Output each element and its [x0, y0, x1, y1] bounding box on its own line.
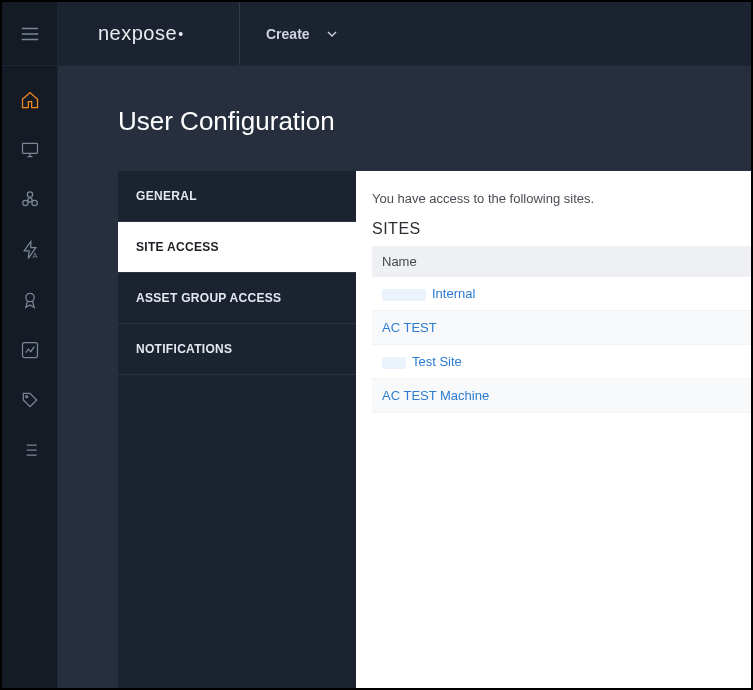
create-dropdown[interactable]: Create — [240, 2, 366, 65]
chevron-down-icon — [324, 26, 340, 42]
home-icon — [20, 90, 40, 110]
svg-point-3 — [22, 200, 27, 205]
main-panel: You have access to the following sites. … — [356, 171, 751, 688]
svg-point-8 — [25, 396, 27, 398]
table-header-name[interactable]: Name — [372, 246, 751, 277]
page: User Configuration GENERAL SITE ACCESS A… — [58, 66, 751, 688]
site-link[interactable]: Test Site — [412, 354, 462, 369]
monitor-icon — [20, 140, 40, 160]
tab-asset-group-access[interactable]: ASSET GROUP ACCESS — [118, 273, 356, 324]
table-row: AC TEST Machine — [372, 379, 751, 413]
rail-item-policies[interactable]: A — [2, 236, 57, 264]
tab-notifications[interactable]: NOTIFICATIONS — [118, 324, 356, 375]
table-row: Test Site — [372, 345, 751, 379]
rail-item-badges[interactable] — [2, 286, 57, 314]
topbar: nexpose• Create — [58, 2, 751, 66]
page-title: User Configuration — [118, 106, 751, 137]
content-region: nexpose• Create User Configuration GENER… — [58, 2, 751, 688]
svg-point-6 — [25, 293, 33, 301]
panels: GENERAL SITE ACCESS ASSET GROUP ACCESS N… — [118, 171, 751, 688]
nav-rail: A — [2, 2, 58, 688]
sites-table: Name Internal AC TEST — [372, 246, 751, 413]
rail-item-home[interactable] — [2, 86, 57, 114]
list-icon — [20, 440, 40, 460]
svg-point-1 — [27, 198, 31, 202]
chart-icon — [20, 340, 40, 360]
brand[interactable]: nexpose• — [58, 2, 240, 65]
table-row: AC TEST — [372, 311, 751, 345]
biohazard-icon — [20, 190, 40, 210]
svg-rect-0 — [22, 143, 37, 153]
app-root: A — [2, 2, 751, 688]
menu-toggle[interactable] — [2, 2, 57, 66]
redacted-text — [382, 289, 426, 301]
site-link[interactable]: AC TEST — [382, 320, 437, 335]
site-link[interactable]: AC TEST Machine — [382, 388, 489, 403]
svg-text:A: A — [32, 251, 37, 260]
svg-point-4 — [31, 200, 36, 205]
create-label: Create — [266, 26, 310, 42]
tag-icon — [20, 390, 40, 410]
rail-items: A — [2, 66, 57, 464]
redacted-text — [382, 357, 406, 369]
brand-name: nexpose — [98, 22, 177, 45]
tab-general[interactable]: GENERAL — [118, 171, 356, 222]
rail-item-tags[interactable] — [2, 386, 57, 414]
rail-item-list[interactable] — [2, 436, 57, 464]
svg-point-2 — [27, 192, 32, 197]
award-icon — [20, 290, 40, 310]
hamburger-icon — [19, 23, 41, 45]
site-link[interactable]: Internal — [432, 286, 475, 301]
intro-text: You have access to the following sites. — [372, 191, 751, 206]
rail-item-assets[interactable] — [2, 136, 57, 164]
tab-site-access[interactable]: SITE ACCESS — [118, 222, 356, 273]
side-tabs: GENERAL SITE ACCESS ASSET GROUP ACCESS N… — [118, 171, 356, 688]
brand-dot-icon: • — [178, 26, 183, 42]
section-title: SITES — [372, 220, 751, 238]
rail-item-vulnerabilities[interactable] — [2, 186, 57, 214]
table-row: Internal — [372, 277, 751, 311]
rail-item-reports[interactable] — [2, 336, 57, 364]
lightning-icon: A — [20, 240, 40, 260]
